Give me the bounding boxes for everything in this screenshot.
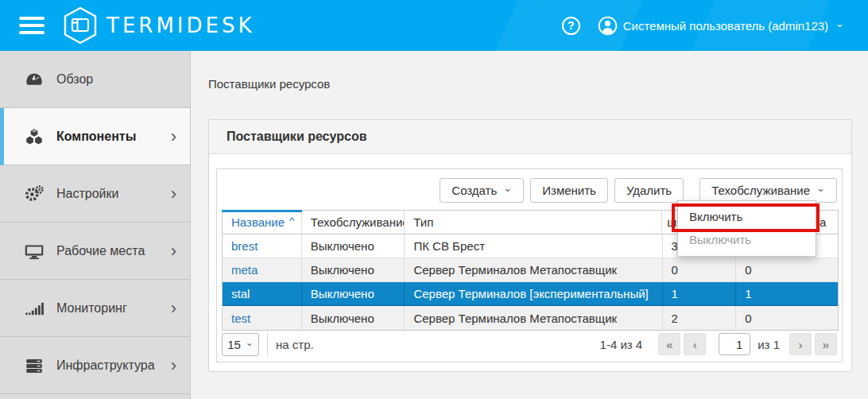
prev-page-icon: ‹ <box>693 338 697 351</box>
sidebar-item-settings[interactable]: Настройки › <box>0 165 190 223</box>
panel-title: Поставщики ресурсов <box>227 130 366 144</box>
provider-name-link[interactable]: stal <box>223 282 302 305</box>
sidebar-item-infrastructure[interactable]: Инфраструктура › <box>0 337 190 394</box>
page-number-input[interactable] <box>719 333 750 355</box>
breadcrumb: Поставщики ресурсов <box>208 77 330 91</box>
column-header-label: Тип <box>413 215 433 229</box>
chevron-down-icon: ⌄ <box>503 185 512 192</box>
sort-indicator-bar <box>222 210 302 212</box>
brand-name: TERMIDESK <box>107 14 254 37</box>
page-size-value: 15 <box>227 338 241 351</box>
maintenance-menu: Включить Выключить <box>677 200 816 257</box>
divider <box>267 332 268 356</box>
monitor-icon <box>22 241 46 261</box>
maintenance-cell: Выключено <box>302 258 405 281</box>
table-row-test[interactable]: test Выключено Сервер Терминалов Метапос… <box>223 306 838 330</box>
column-header-name[interactable]: Название ^ <box>223 211 302 234</box>
first-page-button[interactable]: « <box>658 333 680 355</box>
chevron-down-icon: ⌄ <box>246 339 254 346</box>
of-pages-label: из 1 <box>758 338 780 351</box>
next-page-icon: › <box>799 338 803 351</box>
maintenance-cell: Выключено <box>302 282 405 305</box>
delete-button-label: Удалить <box>626 184 672 197</box>
user-name-label: Системный пользователь (admin123) <box>623 19 828 33</box>
sidebar-item-monitoring[interactable]: Мониторинг › <box>0 280 190 337</box>
chevron-down-icon: ⌄ <box>816 185 825 192</box>
top-header: TERMIDESK ? Системный пользователь (admi… <box>0 0 868 51</box>
edit-button-label: Изменить <box>542 184 596 197</box>
maintenance-menu-item-enable[interactable]: Включить <box>678 205 816 228</box>
create-button[interactable]: Создать ⌄ <box>440 178 524 203</box>
count-cell: 0 <box>736 306 838 330</box>
first-page-icon: « <box>666 338 672 351</box>
provider-name-link[interactable]: test <box>223 306 302 330</box>
column-header-label: Техобслуживание <box>311 215 405 229</box>
column-header-maintenance[interactable]: Техобслуживание <box>302 211 405 234</box>
sidebar-item-overview[interactable]: Обзор <box>0 51 190 108</box>
count-cell: 1 <box>736 282 838 305</box>
type-cell: ПК СВ Брест <box>405 234 662 258</box>
page-size-select[interactable]: 15 ⌄ <box>222 333 259 356</box>
gauge-icon <box>22 69 46 90</box>
chevron-right-icon: › <box>171 243 176 259</box>
sidebar-item-label: Рабочие места <box>56 244 145 258</box>
maintenance-button-label: Техобслуживание <box>711 184 810 197</box>
table-row-stal-selected[interactable]: stal Выключено Сервер Терминалов [экспер… <box>223 282 838 306</box>
edit-button[interactable]: Изменить <box>530 178 608 203</box>
type-cell: Сервер Терминалов [экспериментальный] <box>405 282 662 305</box>
table-row-meta[interactable]: meta Выключено Сервер Терминалов Метапос… <box>223 258 838 282</box>
provider-name-link[interactable]: brest <box>223 234 302 258</box>
panel-header: Поставщики ресурсов <box>209 120 851 154</box>
chevron-right-icon: › <box>171 358 176 374</box>
maintenance-button[interactable]: Техобслуживание ⌄ <box>699 178 837 203</box>
sidebar-item-label: Мониторинг <box>56 301 127 316</box>
sidebar-item-components[interactable]: Компоненты › <box>0 108 190 165</box>
chevron-down-icon: ⌄ <box>835 20 844 28</box>
sidebar-item-label: Настройки <box>56 187 118 201</box>
column-header-label: ш <box>667 215 676 229</box>
per-page-label: на стр. <box>276 338 314 351</box>
sort-asc-icon: ^ <box>289 215 294 227</box>
help-icon[interactable]: ? <box>562 17 580 35</box>
server-icon <box>22 355 46 376</box>
chevron-right-icon: › <box>171 300 176 316</box>
provider-name-link[interactable]: meta <box>223 258 302 281</box>
bar-chart-icon <box>22 298 46 319</box>
next-page-button[interactable]: › <box>789 333 812 355</box>
sidebar-item-label: Инфраструктура <box>56 358 155 373</box>
count-cell: 2 <box>663 306 737 330</box>
user-icon <box>598 16 618 36</box>
column-header-type[interactable]: Тип <box>405 211 662 234</box>
count-cell: 1 <box>663 282 737 305</box>
column-header-label: Название <box>231 215 285 229</box>
range-label: 1-4 из 4 <box>600 338 643 351</box>
prev-page-button[interactable]: ‹ <box>684 333 706 355</box>
type-cell: Сервер Терминалов Метапоставщик <box>405 306 662 330</box>
hamburger-menu-icon[interactable] <box>19 17 45 34</box>
sidebar-nav: Обзор Компоненты › Настройки › <box>0 51 191 399</box>
column-header-label: а <box>820 215 826 229</box>
maintenance-menu-item-disable[interactable]: Выключить <box>678 228 816 251</box>
maintenance-cell: Выключено <box>302 306 405 330</box>
count-cell: 0 <box>663 258 737 281</box>
count-cell: 0 <box>736 258 838 281</box>
help-glyph: ? <box>568 19 575 32</box>
pagination-bar: 15 ⌄ на стр. 1-4 из 4 « ‹ из 1 <box>222 332 837 356</box>
create-button-label: Создать <box>451 184 497 197</box>
sidebar-item-label: Обзор <box>56 72 93 87</box>
table-toolbar: Создать ⌄ Изменить Удалить Техобслуживан… <box>440 178 837 203</box>
user-menu[interactable]: Системный пользователь (admin123) ⌄ <box>598 16 844 36</box>
maintenance-cell: Выключено <box>302 234 405 258</box>
delete-button[interactable]: Удалить <box>614 178 684 203</box>
last-page-button[interactable]: » <box>815 333 837 355</box>
sidebar-item-workplaces[interactable]: Рабочие места › <box>0 223 190 280</box>
cubes-icon <box>22 126 46 147</box>
type-cell: Сервер Терминалов Метапоставщик <box>405 258 662 281</box>
providers-table-widget: Создать ⌄ Изменить Удалить Техобслуживан… <box>216 169 843 362</box>
chevron-right-icon: › <box>171 129 176 145</box>
gears-icon <box>22 184 46 204</box>
sidebar-item-label: Компоненты <box>56 130 136 144</box>
chevron-right-icon: › <box>171 186 176 202</box>
last-page-icon: » <box>823 338 829 351</box>
termidesk-logo-icon <box>62 6 99 45</box>
